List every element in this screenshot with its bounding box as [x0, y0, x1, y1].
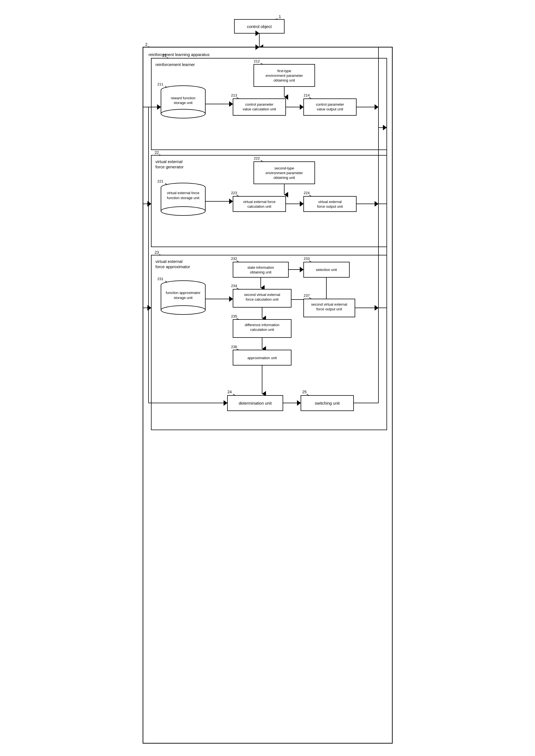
num2-label: 2	[145, 42, 147, 46]
num23-label: 23	[155, 250, 159, 255]
num24-label: 24	[227, 390, 232, 394]
svg-text:storage unit: storage unit	[174, 101, 193, 105]
svg-text:environment parameter: environment parameter	[266, 74, 303, 78]
svg-text:function storage unit: function storage unit	[167, 196, 199, 200]
control-object-label: control object	[247, 24, 272, 29]
svg-text:value output unit: value output unit	[317, 107, 343, 111]
svg-text:obtaining unit: obtaining unit	[273, 175, 295, 180]
svg-point-23	[161, 109, 205, 118]
svg-text:second virtual external: second virtual external	[244, 292, 280, 297]
num232-label: 232	[231, 257, 237, 261]
svg-text:second-type: second-type	[274, 166, 294, 170]
svg-text:difference information: difference information	[245, 323, 279, 327]
apparatus-label: reinforcement learning apparatus	[149, 52, 210, 57]
num211-label: 211	[157, 82, 163, 86]
svg-text:environment parameter: environment parameter	[266, 171, 303, 175]
svg-point-55	[161, 207, 205, 216]
svg-text:force approximator: force approximator	[155, 264, 190, 269]
svg-text:value calculation unit: value calculation unit	[242, 107, 276, 111]
svg-text:force generator: force generator	[155, 165, 184, 169]
num234-label: 234	[231, 284, 237, 288]
diagram-container: control object 1 2 reinforcement learnin…	[135, 11, 401, 754]
svg-rect-83	[233, 262, 288, 277]
svg-text:force output unit: force output unit	[316, 307, 342, 311]
num231-label: 231	[157, 277, 163, 281]
svg-text:calculation unit: calculation unit	[247, 204, 271, 209]
num213-label: 213	[231, 93, 237, 97]
svg-text:determination unit: determination unit	[239, 401, 272, 406]
svg-text:selection unit: selection unit	[316, 268, 337, 272]
num214-label: 214	[304, 93, 310, 97]
svg-rect-65	[304, 197, 356, 212]
num223-label: 223	[231, 191, 237, 195]
svg-text:function approximator: function approximator	[166, 291, 201, 295]
svg-text:force output unit: force output unit	[317, 204, 343, 209]
num233-label: 233	[304, 257, 310, 261]
num237-label: 237	[304, 293, 310, 298]
reinforcement-learner-label: reinforcement learner	[155, 62, 195, 67]
num212-label: 212	[254, 59, 260, 63]
svg-text:force calculation unit: force calculation unit	[245, 297, 278, 301]
vef-gen-label: virtual external	[155, 159, 183, 164]
svg-text:approximation unit: approximation unit	[247, 356, 277, 360]
num221-label: 221	[157, 179, 163, 183]
num224-label: 224	[304, 191, 310, 195]
svg-text:virtual external force: virtual external force	[167, 191, 199, 195]
svg-point-79	[161, 306, 205, 315]
svg-text:obtaining unit: obtaining unit	[273, 78, 295, 82]
svg-text:state information: state information	[247, 265, 274, 270]
svg-text:calculation unit: calculation unit	[250, 327, 274, 332]
svg-text:control parameter: control parameter	[245, 102, 274, 106]
num21-label: 21	[162, 53, 167, 58]
svg-text:control parameter: control parameter	[316, 102, 344, 106]
num25-label: 25	[302, 390, 307, 394]
num236-label: 236	[231, 345, 237, 349]
vef-approx-label: virtual external	[155, 259, 183, 264]
svg-text:storage unit: storage unit	[174, 296, 193, 300]
num235-label: 235	[231, 314, 237, 318]
svg-text:first-type: first-type	[277, 69, 291, 73]
svg-text:virtual external: virtual external	[318, 200, 342, 204]
svg-rect-60	[233, 197, 286, 212]
svg-text:reward function: reward function	[171, 96, 195, 100]
svg-text:switching unit: switching unit	[315, 401, 340, 406]
main-diagram: control object 1 2 reinforcement learnin…	[135, 11, 401, 754]
num1-label: 1	[279, 14, 281, 19]
num22-label: 22	[155, 150, 159, 155]
num222-label: 222	[254, 156, 260, 160]
svg-text:virtual external force: virtual external force	[243, 200, 275, 204]
svg-text:obtaining unit: obtaining unit	[250, 270, 271, 274]
svg-text:second virtual external: second virtual external	[311, 302, 347, 306]
